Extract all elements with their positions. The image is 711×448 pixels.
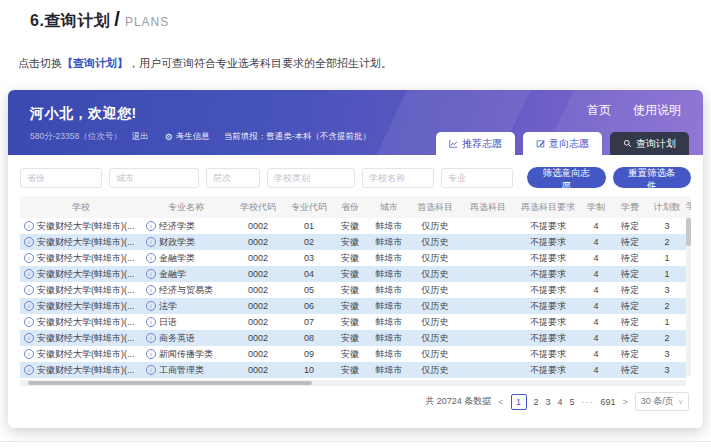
first-subject: 仅历史 — [410, 314, 460, 330]
major-code: 08 — [286, 330, 332, 346]
city: 蚌埠市 — [368, 218, 410, 234]
table-row: i安徽财经大学(蚌埠市)(... i新闻传播学类 0002 09 安徽 蚌埠市 … — [20, 346, 686, 362]
years: 4 — [580, 362, 612, 378]
page-button-last[interactable]: 691 — [601, 397, 616, 407]
info-icon[interactable]: i — [146, 285, 156, 295]
re-requirement: 不提要求 — [516, 330, 580, 346]
info-icon[interactable]: i — [24, 333, 34, 343]
table-row: i安徽财经大学(蚌埠市)(... i经济学类 0002 01 安徽 蚌埠市 仅历… — [20, 218, 686, 234]
filter-level-input[interactable] — [206, 168, 260, 188]
filter-school-name-input[interactable] — [362, 168, 434, 188]
candidate-info-label: 考生信息 — [176, 131, 210, 143]
info-icon[interactable]: i — [146, 365, 156, 375]
horizontal-scrollbar-thumb[interactable] — [28, 381, 312, 385]
app-body: 筛选意向志愿 重置筛选条件 学校 专业名称 学校代码 专业代码 — [8, 155, 703, 386]
school-name: 安徽财经大学(蚌埠市)(... — [37, 333, 135, 343]
info-icon[interactable]: i — [24, 253, 34, 263]
current-batch-text: 当前填报：普通类-本科（不含提前批） — [224, 131, 371, 143]
tab-query-plans-label: 查询计划 — [636, 137, 676, 151]
re-subject — [460, 330, 516, 346]
page-size-select[interactable]: 30 条/页 ∨ — [635, 392, 689, 411]
info-icon[interactable]: i — [24, 349, 34, 359]
table-row: i安徽财经大学(蚌埠市)(... i日语 0002 07 安徽 蚌埠市 仅历史 … — [20, 314, 686, 330]
reset-filters-button[interactable]: 重置筛选条件 — [613, 167, 692, 188]
col-years: 学制 — [580, 196, 612, 218]
major-name: 经济与贸易类 — [159, 285, 213, 295]
nav-home-link[interactable]: 首页 — [587, 102, 611, 119]
col-province: 省份 — [332, 196, 368, 218]
next-page-button[interactable]: > — [623, 397, 628, 407]
page-button-4[interactable]: 4 — [558, 397, 563, 407]
page-button-5[interactable]: 5 — [570, 397, 575, 407]
years: 4 — [580, 250, 612, 266]
col-major: 专业名称 — [142, 196, 230, 218]
info-icon[interactable]: i — [146, 253, 156, 263]
tuition: 待定 — [612, 362, 648, 378]
info-icon[interactable]: i — [146, 333, 156, 343]
re-subject — [460, 282, 516, 298]
info-icon[interactable]: i — [24, 221, 34, 231]
major-code: 02 — [286, 234, 332, 250]
re-subject — [460, 234, 516, 250]
table-row: i安徽财经大学(蚌埠市)(... i工商管理类 0002 10 安徽 蚌埠市 仅… — [20, 362, 686, 378]
school-code: 0002 — [230, 346, 286, 362]
major-name: 经济学类 — [159, 221, 195, 231]
school-code: 0002 — [230, 362, 286, 378]
page-button-3[interactable]: 3 — [546, 397, 551, 407]
page-button-1[interactable]: 1 — [511, 394, 527, 410]
city: 蚌埠市 — [368, 346, 410, 362]
tab-intention[interactable]: 意向志愿 — [523, 132, 602, 155]
prev-page-button[interactable]: < — [498, 397, 503, 407]
major-code: 01 — [286, 218, 332, 234]
table-row: i安徽财经大学(蚌埠市)(... i商务英语 0002 08 安徽 蚌埠市 仅历… — [20, 330, 686, 346]
info-icon[interactable]: i — [146, 301, 156, 311]
filter-major-input[interactable] — [441, 168, 513, 188]
province: 安徽 — [332, 266, 368, 282]
years: 4 — [580, 346, 612, 362]
info-icon[interactable]: i — [24, 317, 34, 327]
candidate-info-link[interactable]: ⚙ 考生信息 — [165, 131, 210, 143]
logout-link[interactable]: 退出 — [132, 131, 149, 143]
plan-count: 1 — [648, 250, 686, 266]
re-subject — [460, 298, 516, 314]
province: 安徽 — [332, 250, 368, 266]
info-icon[interactable]: i — [24, 285, 34, 295]
intro-before: 点击切换 — [18, 57, 62, 69]
info-icon[interactable]: i — [146, 317, 156, 327]
first-subject: 仅历史 — [410, 346, 460, 362]
info-icon[interactable]: i — [24, 301, 34, 311]
nav-help-link[interactable]: 使用说明 — [633, 102, 681, 119]
filter-intention-button[interactable]: 筛选意向志愿 — [527, 167, 606, 188]
tab-query-plans[interactable]: 查询计划 — [610, 132, 689, 155]
tab-recommend[interactable]: 推荐志愿 — [436, 132, 515, 155]
info-icon[interactable]: i — [24, 237, 34, 247]
province: 安徽 — [332, 282, 368, 298]
filter-city-input[interactable] — [109, 168, 199, 188]
first-subject: 仅历史 — [410, 282, 460, 298]
vertical-scrollbar-thumb[interactable] — [686, 218, 691, 246]
first-subject: 仅历史 — [410, 266, 460, 282]
info-icon[interactable]: i — [146, 221, 156, 231]
table-row: i安徽财经大学(蚌埠市)(... i法学 0002 06 安徽 蚌埠市 仅历史 … — [20, 298, 686, 314]
col-school: 学校 — [20, 196, 142, 218]
page-button-2[interactable]: 2 — [534, 397, 539, 407]
tuition: 待定 — [612, 346, 648, 362]
province: 安徽 — [332, 218, 368, 234]
horizontal-scrollbar-track — [20, 380, 686, 386]
bottom-divider — [0, 441, 711, 442]
filter-bar: 筛选意向志愿 重置筛选条件 — [20, 167, 691, 188]
years: 4 — [580, 234, 612, 250]
info-icon[interactable]: i — [146, 237, 156, 247]
filter-province-input[interactable] — [20, 168, 102, 188]
info-icon[interactable]: i — [146, 269, 156, 279]
info-icon[interactable]: i — [24, 269, 34, 279]
info-icon[interactable]: i — [146, 349, 156, 359]
plan-count: 1 — [648, 314, 686, 330]
filter-school-type-input[interactable] — [267, 168, 355, 188]
info-icon[interactable]: i — [24, 365, 34, 375]
province: 安徽 — [332, 346, 368, 362]
years: 4 — [580, 330, 612, 346]
chevron-down-icon: ∨ — [678, 398, 683, 406]
search-icon — [623, 139, 632, 148]
col-major-code: 专业代码 — [286, 196, 332, 218]
